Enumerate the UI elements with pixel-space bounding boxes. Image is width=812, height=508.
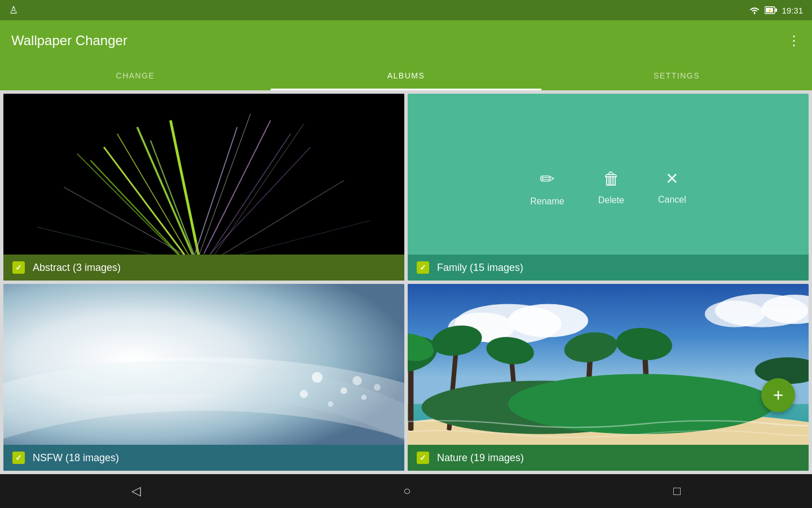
svg-point-33 xyxy=(374,384,381,391)
album-nsfw[interactable]: NSFW (18 images) xyxy=(3,284,404,471)
album-family[interactable]: ✏ Rename 🗑 Delete ✕ Cancel Family (15 im… xyxy=(408,94,809,281)
svg-point-28 xyxy=(341,387,347,394)
status-time: 19:31 xyxy=(782,6,803,15)
cancel-icon: ✕ xyxy=(665,169,678,188)
recents-button[interactable]: □ xyxy=(651,478,703,504)
abstract-album-footer: Abstract (3 images) xyxy=(3,255,404,281)
tab-bar: CHANGE ALBUMS SETTINGS xyxy=(0,61,812,90)
tab-change[interactable]: CHANGE xyxy=(0,61,271,90)
family-album-footer: Family (15 images) xyxy=(408,255,809,281)
back-button[interactable]: ◁ xyxy=(109,478,164,504)
rename-icon: ✏ xyxy=(540,168,555,190)
tab-settings[interactable]: SETTINGS xyxy=(541,61,812,90)
delete-icon: 🗑 xyxy=(603,169,620,189)
app-title: Wallpaper Changer xyxy=(11,33,127,49)
album-action-menu: ✏ Rename 🗑 Delete ✕ Cancel xyxy=(530,168,686,207)
rename-action[interactable]: ✏ Rename xyxy=(530,168,564,207)
album-nature[interactable]: Nature (19 images) xyxy=(408,284,809,471)
album-abstract[interactable]: Abstract (3 images) xyxy=(3,94,404,281)
svg-point-29 xyxy=(328,401,333,406)
nature-artwork xyxy=(408,284,809,471)
svg-point-32 xyxy=(361,395,366,400)
svg-rect-2 xyxy=(775,8,777,12)
more-button[interactable]: ⋮ xyxy=(787,33,801,49)
tab-albums[interactable]: ALBUMS xyxy=(271,61,541,90)
nature-checkbox[interactable] xyxy=(417,452,429,464)
wifi-icon xyxy=(749,6,760,15)
svg-point-31 xyxy=(352,376,362,386)
status-bar: ♙ ⚡ 19:31 xyxy=(0,0,812,20)
nsfw-album-name: NSFW (18 images) xyxy=(33,452,119,464)
abstract-album-name: Abstract (3 images) xyxy=(33,262,121,274)
delete-label: Delete xyxy=(598,195,624,205)
album-grid: Abstract (3 images) ✏ Rename 🗑 Delete ✕ … xyxy=(0,90,812,474)
nsfw-album-footer: NSFW (18 images) xyxy=(3,445,404,471)
nature-album-footer: Nature (19 images) xyxy=(408,445,809,471)
delete-action[interactable]: 🗑 Delete xyxy=(598,169,624,205)
family-checkbox[interactable] xyxy=(417,261,429,274)
navigation-bar: ◁ ○ □ xyxy=(0,474,812,508)
battery-icon: ⚡ xyxy=(765,6,777,14)
nsfw-artwork xyxy=(3,284,404,471)
nsfw-checkbox[interactable] xyxy=(12,452,25,464)
status-icons: ⚡ 19:31 xyxy=(749,6,803,15)
add-album-button[interactable]: + xyxy=(761,378,795,412)
cancel-action[interactable]: ✕ Cancel xyxy=(658,169,686,205)
svg-point-56 xyxy=(508,374,775,434)
rename-label: Rename xyxy=(530,196,564,207)
svg-point-40 xyxy=(705,301,765,327)
nature-album-name: Nature (19 images) xyxy=(437,452,524,464)
family-album-name: Family (15 images) xyxy=(437,262,523,274)
app-bar: Wallpaper Changer ⋮ xyxy=(0,20,812,61)
abstract-artwork xyxy=(3,94,404,281)
abstract-checkbox[interactable] xyxy=(12,261,25,274)
svg-point-27 xyxy=(312,372,323,383)
svg-point-30 xyxy=(300,390,308,398)
svg-point-36 xyxy=(508,304,588,337)
home-button[interactable]: ○ xyxy=(381,478,433,504)
svg-text:⚡: ⚡ xyxy=(767,8,773,13)
cancel-label: Cancel xyxy=(658,195,686,205)
app-status-icon: ♙ xyxy=(9,4,18,16)
